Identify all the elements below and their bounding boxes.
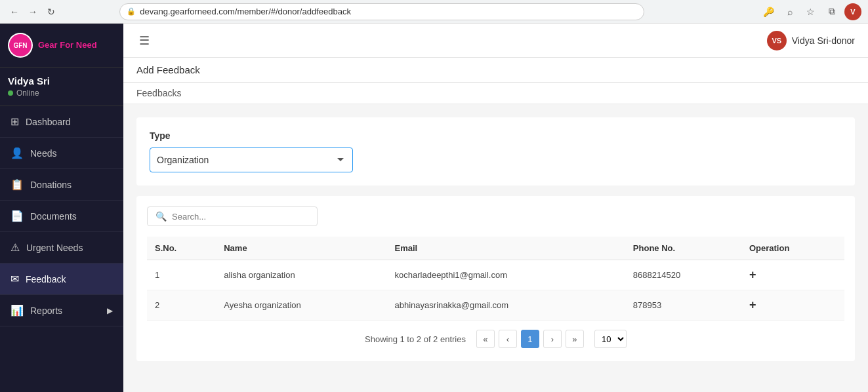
forward-button[interactable]: → [25, 4, 41, 20]
table-row: 1 alisha organization kocharladeepthi1@g… [147, 260, 844, 290]
type-label: Type [150, 130, 842, 141]
section-title-text: Feedbacks [136, 88, 181, 98]
sidebar-item-label: Dashboard [26, 117, 71, 127]
table-body: 1 alisha organization kocharladeepthi1@g… [147, 260, 844, 321]
needs-icon: 👤 [10, 147, 24, 159]
search-icon: 🔍 [155, 211, 167, 222]
sidebar-nav: ⊞ Dashboard 👤 Needs 📋 Donations 📄 Docume… [0, 106, 123, 392]
sidebar-item-documents[interactable]: 📄 Documents [0, 201, 123, 232]
table-section: 🔍 S.No. Name Email Phone No. Operation [136, 196, 855, 361]
sidebar-item-label: Reports [30, 305, 62, 316]
type-select[interactable]: Organization Individual Group [150, 147, 353, 172]
cell-operation: + [741, 290, 844, 321]
urgent-needs-icon: ⚠ [10, 241, 20, 254]
per-page-select[interactable]: 10 25 50 [594, 330, 627, 348]
bookmark-icon-btn[interactable]: ☆ [802, 3, 819, 20]
col-operation: Operation [741, 237, 844, 260]
col-phone: Phone No. [625, 237, 741, 260]
cell-sno: 1 [147, 260, 216, 290]
cell-phone: 878953 [625, 290, 741, 321]
current-page-btn[interactable]: 1 [521, 330, 539, 348]
table-header: S.No. Name Email Phone No. Operation [147, 237, 844, 260]
last-page-btn[interactable]: » [566, 330, 584, 348]
sidebar-item-reports[interactable]: 📊 Reports ▶ [0, 295, 123, 326]
sidebar-item-feedback[interactable]: ✉ Feedback [0, 264, 123, 295]
sidebar-item-urgent-needs[interactable]: ⚠ Urgent Needs [0, 232, 123, 264]
top-bar: ☰ VS Vidya Sri-donor [123, 24, 868, 58]
breadcrumb-area: Add Feedback [123, 58, 868, 83]
first-page-btn[interactable]: « [476, 330, 495, 348]
top-bar-right: VS Vidya Sri-donor [767, 31, 855, 50]
cell-name: Ayesha organization [216, 290, 386, 321]
top-username: Vidya Sri-donor [792, 35, 855, 46]
search-icon-btn[interactable]: ⌕ [781, 3, 798, 20]
sidebar-item-donations[interactable]: 📋 Donations [0, 169, 123, 201]
sidebar-status: Online [8, 88, 115, 98]
feedback-icon: ✉ [10, 273, 19, 285]
key-icon-btn[interactable]: 🔑 [760, 3, 777, 20]
pagination-showing: Showing 1 to 2 of 2 entries [365, 334, 466, 344]
sidebar-item-label: Documents [30, 211, 77, 222]
reports-icon: 📊 [10, 304, 24, 317]
add-feedback-btn-1[interactable]: + [749, 268, 756, 282]
logo-icon: GFN [8, 33, 33, 58]
main-content: ☰ VS Vidya Sri-donor Add Feedback Feedba… [123, 24, 868, 392]
breadcrumb-title: Add Feedback [136, 64, 200, 75]
pagination: Showing 1 to 2 of 2 entries « ‹ 1 › » 10… [147, 321, 844, 351]
next-page-btn[interactable]: › [543, 330, 562, 348]
refresh-button[interactable]: ↻ [43, 4, 59, 20]
sidebar-item-label: Needs [30, 148, 56, 159]
cell-phone: 8688214520 [625, 260, 741, 290]
col-email: Email [387, 237, 625, 260]
sidebar: GFN Gear For Need Vidya Sri Online ⊞ Das… [0, 24, 123, 392]
browser-nav-buttons: ← → ↻ [7, 4, 59, 20]
donations-icon: 📋 [10, 178, 24, 191]
reports-expand-icon: ▶ [107, 306, 113, 315]
content-area: Type Organization Individual Group 🔍 S.N… [123, 104, 868, 392]
status-text: Online [16, 88, 39, 98]
address-bar[interactable]: 🔒 devang.gearforneed.com/member/#/donor/… [119, 3, 644, 20]
search-input[interactable] [172, 212, 309, 222]
status-dot [8, 90, 13, 96]
top-user-avatar: VS [767, 31, 787, 50]
col-name: Name [216, 237, 386, 260]
prev-page-btn[interactable]: ‹ [499, 330, 517, 348]
sidebar-username: Vidya Sri [8, 75, 115, 87]
back-button[interactable]: ← [7, 4, 22, 20]
sidebar-item-needs[interactable]: 👤 Needs [0, 138, 123, 169]
browser-chrome: ← → ↻ 🔒 devang.gearforneed.com/member/#/… [0, 0, 868, 24]
col-sno: S.No. [147, 237, 216, 260]
browser-right-icons: 🔑 ⌕ ☆ ⧉ V [760, 3, 861, 20]
cell-sno: 2 [147, 290, 216, 321]
sidebar-item-label: Urgent Needs [26, 243, 83, 253]
sidebar-item-dashboard[interactable]: ⊞ Dashboard [0, 106, 123, 138]
cell-email: kocharladeepthi1@gmail.com [387, 260, 625, 290]
sidebar-logo: GFN Gear For Need [0, 24, 123, 68]
cell-operation: + [741, 260, 844, 290]
sidebar-user-section: Vidya Sri Online [0, 68, 123, 106]
app-wrapper: GFN Gear For Need Vidya Sri Online ⊞ Das… [0, 24, 868, 392]
logo-text: Gear For Need [38, 40, 97, 50]
cell-email: abhinayasrinakka@gmail.com [387, 290, 625, 321]
dashboard-icon: ⊞ [10, 115, 19, 128]
hamburger-button[interactable]: ☰ [136, 31, 152, 50]
add-feedback-btn-2[interactable]: + [749, 298, 756, 312]
address-security-icon: 🔒 [127, 7, 136, 16]
window-icon-btn[interactable]: ⧉ [823, 3, 840, 20]
sidebar-item-label: Feedback [26, 274, 66, 284]
url-text: devang.gearforneed.com/member/#/donor/ad… [140, 7, 351, 16]
cell-name: alisha organization [216, 260, 386, 290]
sidebar-item-label: Donations [30, 180, 72, 190]
search-bar[interactable]: 🔍 [147, 206, 318, 226]
logo-initials: GFN [9, 34, 31, 56]
type-section: Type Organization Individual Group [136, 117, 855, 186]
table-row: 2 Ayesha organization abhinayasrinakka@g… [147, 290, 844, 321]
documents-icon: 📄 [10, 210, 24, 222]
feedback-table: S.No. Name Email Phone No. Operation 1 a… [147, 237, 844, 321]
browser-user-avatar[interactable]: V [844, 3, 861, 20]
section-title-bar: Feedbacks [123, 83, 868, 104]
